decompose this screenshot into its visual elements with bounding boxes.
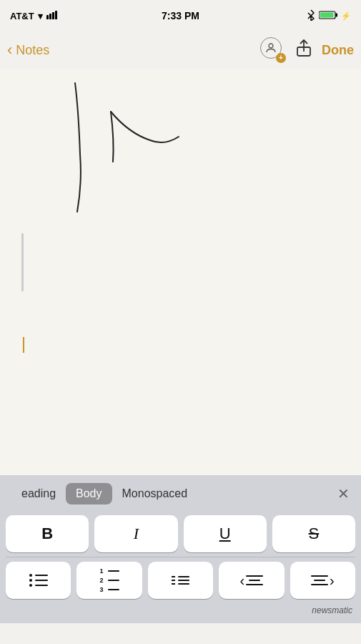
newsmatic-credit: newsmatic bbox=[312, 605, 352, 615]
italic-key[interactable]: I bbox=[94, 515, 177, 552]
format-option-body[interactable]: Body bbox=[66, 483, 112, 504]
nav-actions: + Done bbox=[260, 37, 354, 63]
format-style-options: eading Body Monospaced bbox=[11, 483, 337, 504]
keyboard-row-list: 1 2 3 ‹ bbox=[0, 557, 361, 603]
keyboard-section: B I U S 1 2 3 bbox=[0, 512, 361, 623]
bluetooth-icon bbox=[307, 9, 315, 23]
carrier-label: AT&T bbox=[10, 11, 34, 21]
credit-area: newsmatic bbox=[0, 603, 361, 618]
indent-left-key[interactable]: ‹ bbox=[219, 562, 284, 599]
underline-label: U bbox=[219, 525, 231, 543]
format-option-monospaced[interactable]: Monospaced bbox=[112, 483, 198, 504]
back-label: Notes bbox=[16, 43, 49, 58]
plus-badge: + bbox=[276, 53, 286, 63]
sketch-area bbox=[0, 69, 361, 226]
indent-right-icon: › bbox=[311, 572, 335, 589]
dash-list-key[interactable] bbox=[148, 562, 213, 599]
underline-key[interactable]: U bbox=[184, 515, 267, 552]
italic-label: I bbox=[134, 525, 139, 543]
wifi-icon: ▾ bbox=[38, 11, 43, 21]
svg-rect-2 bbox=[52, 12, 54, 19]
bold-key[interactable]: B bbox=[6, 515, 89, 552]
svg-rect-3 bbox=[55, 11, 57, 19]
text-cursor bbox=[23, 337, 24, 353]
status-left: AT&T ▾ bbox=[10, 10, 59, 21]
status-right: ⚡ bbox=[307, 9, 351, 23]
note-content[interactable] bbox=[0, 69, 361, 475]
done-button[interactable]: Done bbox=[322, 43, 354, 58]
format-close-button[interactable]: ✕ bbox=[337, 485, 350, 502]
signal-icon bbox=[46, 10, 59, 21]
note-table bbox=[21, 233, 24, 291]
status-bar: AT&T ▾ 7:33 PM ⚡ bbox=[0, 0, 361, 31]
keyboard-row-format: B I U S bbox=[0, 512, 361, 557]
back-button[interactable]: ‹ Notes bbox=[7, 42, 49, 58]
svg-point-7 bbox=[269, 44, 273, 48]
indent-left-icon: ‹ bbox=[240, 572, 264, 589]
format-option-heading[interactable]: eading bbox=[11, 483, 66, 504]
bullet-list-key[interactable] bbox=[6, 562, 71, 599]
dash-list-icon bbox=[169, 573, 192, 587]
back-arrow-icon: ‹ bbox=[7, 42, 12, 58]
svg-rect-0 bbox=[46, 15, 49, 19]
table-cell-2-2 bbox=[23, 263, 24, 291]
bold-label: B bbox=[41, 525, 53, 543]
add-person-button[interactable]: + bbox=[260, 37, 286, 63]
strikethrough-key[interactable]: S bbox=[272, 515, 355, 552]
format-toolbar: eading Body Monospaced ✕ bbox=[0, 475, 361, 512]
share-button[interactable] bbox=[296, 39, 312, 62]
numbered-list-key[interactable]: 1 2 3 bbox=[76, 562, 142, 599]
indent-right-key[interactable]: › bbox=[290, 562, 355, 599]
status-time: 7:33 PM bbox=[162, 10, 199, 21]
svg-rect-1 bbox=[49, 14, 51, 19]
bullet-list-icon bbox=[26, 571, 51, 590]
strikethrough-label: S bbox=[309, 525, 320, 543]
svg-rect-5 bbox=[336, 13, 338, 16]
table-cell-1-2 bbox=[23, 234, 24, 263]
svg-rect-6 bbox=[320, 12, 334, 17]
numbered-list-icon: 1 2 3 bbox=[100, 567, 119, 593]
battery-icon bbox=[319, 10, 339, 22]
charging-icon: ⚡ bbox=[341, 11, 351, 21]
nav-bar: ‹ Notes + Done bbox=[0, 31, 361, 69]
